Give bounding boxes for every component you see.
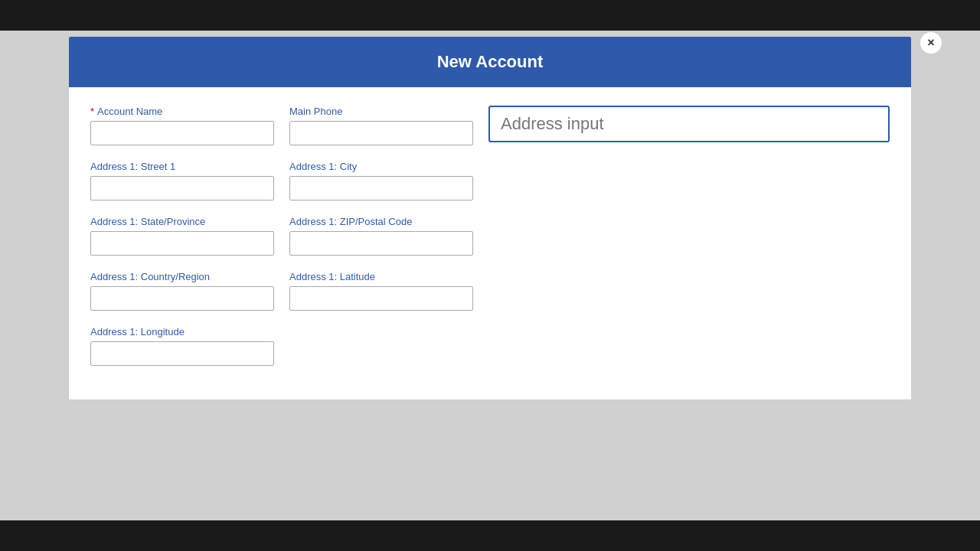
address-input-group xyxy=(488,106,890,142)
account-name-input[interactable] xyxy=(90,121,274,145)
street1-group: Address 1: Street 1 xyxy=(90,161,274,201)
modal-wrapper: New Account × * Account Name Main Phone xyxy=(0,31,980,520)
state-input[interactable] xyxy=(90,231,274,256)
state-label: Address 1: State/Province xyxy=(90,216,274,227)
zip-input[interactable] xyxy=(289,231,473,256)
account-name-group: * Account Name xyxy=(90,106,274,145)
country-input[interactable] xyxy=(90,286,274,311)
main-phone-label: Main Phone xyxy=(289,106,473,117)
close-icon: × xyxy=(927,36,934,50)
street1-label: Address 1: Street 1 xyxy=(90,161,274,172)
form-row-4: Address 1: Country/Region Address 1: Lat… xyxy=(90,271,890,311)
city-group: Address 1: City xyxy=(289,161,473,201)
main-phone-input[interactable] xyxy=(289,121,473,145)
latitude-input[interactable] xyxy=(289,286,473,311)
close-button[interactable]: × xyxy=(920,32,942,54)
form-row-1: * Account Name Main Phone xyxy=(90,106,890,145)
main-phone-group: Main Phone xyxy=(289,106,473,145)
country-group: Address 1: Country/Region xyxy=(90,271,274,311)
bottom-bar xyxy=(0,520,980,551)
zip-group: Address 1: ZIP/Postal Code xyxy=(289,216,473,256)
modal: New Account × * Account Name Main Phone xyxy=(69,37,911,399)
latitude-label: Address 1: Latitude xyxy=(289,271,473,282)
modal-title: New Account xyxy=(437,52,544,71)
longitude-input[interactable] xyxy=(90,341,274,366)
address-input[interactable] xyxy=(488,106,890,142)
top-bar xyxy=(0,0,980,31)
state-group: Address 1: State/Province xyxy=(90,216,274,256)
city-label: Address 1: City xyxy=(289,161,473,172)
latitude-group: Address 1: Latitude xyxy=(289,271,473,311)
form-row-2: Address 1: Street 1 Address 1: City xyxy=(90,161,890,201)
modal-body: * Account Name Main Phone Address 1: Str… xyxy=(69,87,911,399)
street1-input[interactable] xyxy=(90,176,274,201)
account-name-label: Account Name xyxy=(97,106,162,117)
modal-header: New Account × xyxy=(69,37,911,87)
longitude-group: Address 1: Longitude xyxy=(90,326,274,366)
city-input[interactable] xyxy=(289,176,473,201)
required-star: * xyxy=(90,106,94,117)
form-row-3: Address 1: State/Province Address 1: ZIP… xyxy=(90,216,890,256)
form-row-5: Address 1: Longitude xyxy=(90,326,890,366)
country-label: Address 1: Country/Region xyxy=(90,271,274,282)
zip-label: Address 1: ZIP/Postal Code xyxy=(289,216,473,227)
longitude-label: Address 1: Longitude xyxy=(90,326,274,337)
